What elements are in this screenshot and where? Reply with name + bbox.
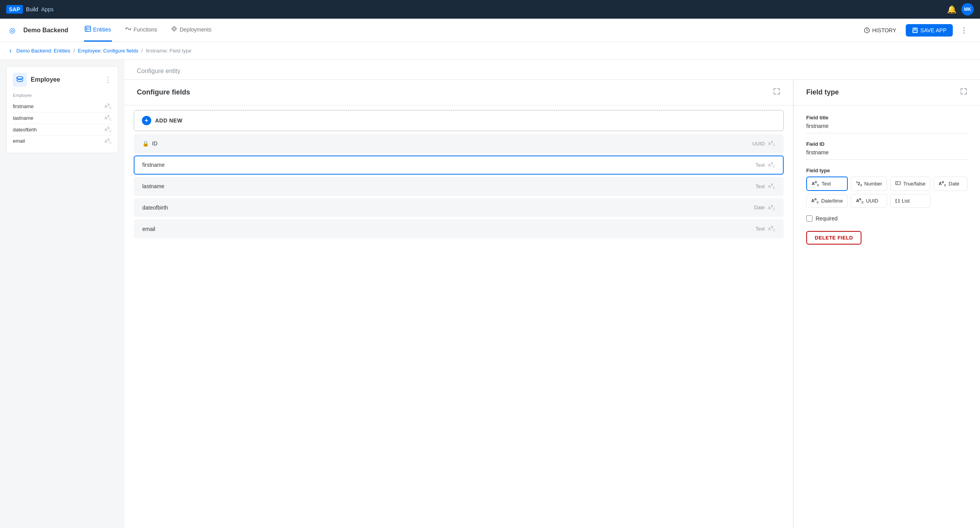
field-type-option-truefalse[interactable]: True/false bbox=[890, 177, 930, 191]
breadcrumb: ‹ Demo Backend: Entities / Employee: Con… bbox=[0, 42, 980, 60]
field-type-header: Field type bbox=[794, 80, 980, 105]
datetime-type-label: Date/time bbox=[821, 198, 843, 204]
field-type-email: Text bbox=[756, 226, 765, 232]
field-title-value: firstname bbox=[806, 123, 968, 133]
breadcrumb-link-employee[interactable]: Employee: Configure fields bbox=[78, 48, 138, 54]
entity-fields-list: firstname ABC lastname ABC dateofbirth A… bbox=[13, 101, 112, 147]
field-row-email[interactable]: email Text ABC bbox=[134, 219, 784, 238]
sidebar-field-name-firstname: firstname bbox=[13, 103, 33, 109]
field-row-right-id: UUID ABC bbox=[753, 140, 775, 147]
sap-logo: SAP Build Apps bbox=[6, 5, 54, 14]
entity-more-icon[interactable]: ⋮ bbox=[105, 75, 112, 84]
lock-icon: 🔒 bbox=[142, 140, 149, 147]
uuid-type-icon: ABC bbox=[856, 198, 864, 204]
deployments-icon bbox=[171, 26, 177, 33]
save-app-button[interactable]: SAVE APP bbox=[906, 24, 953, 37]
field-type-options-grid: ABC Text 123 Number bbox=[806, 177, 968, 208]
field-name-id: ID bbox=[152, 140, 157, 147]
sidebar-field-type-firstname: ABC bbox=[104, 103, 112, 110]
field-id-label: Field ID bbox=[806, 141, 968, 147]
tab-deployments-label: Deployments bbox=[180, 26, 211, 33]
tab-entities-label: Entities bbox=[93, 26, 111, 33]
sidebar-field-lastname[interactable]: lastname ABC bbox=[13, 112, 112, 124]
tab-deployments[interactable]: Deployments bbox=[170, 19, 212, 42]
history-button[interactable]: HISTORY bbox=[859, 25, 901, 36]
breadcrumb-back-icon[interactable]: ‹ bbox=[9, 47, 12, 55]
field-row-right-lastname: Text ABC bbox=[756, 183, 775, 190]
expand-field-type-icon[interactable] bbox=[960, 87, 968, 97]
required-label[interactable]: Required bbox=[816, 215, 838, 222]
functions-icon bbox=[125, 26, 131, 33]
sidebar-field-name-dateofbirth: dateofbirth bbox=[13, 127, 37, 133]
list-type-icon: [ ] bbox=[895, 198, 899, 203]
svg-rect-11 bbox=[896, 182, 900, 185]
field-type-option-uuid[interactable]: ABC UUID bbox=[851, 194, 887, 208]
notification-icon[interactable]: 🔔 bbox=[947, 5, 957, 14]
field-type-option-date[interactable]: ABC Date bbox=[934, 177, 968, 191]
fields-panel: Configure fields + ADD NEW bbox=[124, 80, 793, 528]
svg-point-5 bbox=[130, 28, 131, 30]
datetime-type-icon: ABC bbox=[811, 198, 819, 204]
more-options-button[interactable]: ⋮ bbox=[957, 24, 971, 36]
history-label: HISTORY bbox=[872, 27, 896, 33]
field-name-dateofbirth: dateofbirth bbox=[142, 205, 168, 211]
save-app-label: SAVE APP bbox=[921, 27, 947, 33]
breadcrumb-link-entities[interactable]: Demo Backend: Entities bbox=[16, 48, 70, 54]
field-row-dateofbirth[interactable]: dateofbirth Date ABC bbox=[134, 198, 784, 217]
breadcrumb-sep-2: / bbox=[141, 48, 143, 54]
apps-label: Apps bbox=[41, 6, 54, 12]
tab-functions[interactable]: Functions bbox=[124, 19, 158, 42]
field-type-option-datetime[interactable]: ABC Date/time bbox=[806, 194, 848, 208]
required-checkbox[interactable] bbox=[806, 215, 812, 222]
field-row-right-firstname: Text ABC bbox=[756, 162, 775, 168]
sidebar-field-firstname[interactable]: firstname ABC bbox=[13, 101, 112, 112]
field-abc-dateofbirth: ABC bbox=[768, 205, 775, 211]
field-row-right-dateofbirth: Date ABC bbox=[754, 205, 775, 211]
sidebar-field-name-lastname: lastname bbox=[13, 115, 33, 121]
entity-name: Employee bbox=[31, 76, 60, 83]
field-row-firstname[interactable]: firstname Text ABC bbox=[134, 156, 784, 175]
add-new-icon: + bbox=[142, 116, 151, 125]
field-abc-firstname: ABC bbox=[768, 162, 775, 168]
field-type-dateofbirth: Date bbox=[754, 205, 765, 210]
field-abc-email: ABC bbox=[768, 226, 775, 232]
configure-fields-section: Configure fields + ADD NEW bbox=[124, 80, 980, 528]
field-type-option-number[interactable]: 123 Number bbox=[851, 177, 887, 191]
required-row: Required bbox=[806, 215, 968, 222]
field-type-body: Field title firstname Field ID firstname… bbox=[794, 105, 980, 254]
date-type-icon: ABC bbox=[939, 180, 947, 187]
delete-field-button[interactable]: DELETE FIELD bbox=[806, 231, 861, 245]
sidebar-field-email[interactable]: email ABC bbox=[13, 136, 112, 147]
app-title: Demo Backend bbox=[23, 27, 68, 34]
field-type-panel: Field type Field title firstname bbox=[793, 80, 980, 528]
user-avatar[interactable]: MK bbox=[961, 3, 974, 16]
field-id-section: Field ID firstname bbox=[806, 141, 968, 160]
truefalse-type-icon bbox=[895, 180, 901, 187]
field-row-right-email: Text ABC bbox=[756, 226, 775, 232]
svg-rect-9 bbox=[913, 30, 917, 32]
field-type-panel-title: Field type bbox=[806, 88, 839, 96]
field-row-lastname[interactable]: lastname Text ABC bbox=[134, 177, 784, 196]
field-type-section: Field type ABC Text 123 Number bbox=[806, 168, 968, 208]
field-name-lastname: lastname bbox=[142, 183, 164, 189]
sidebar-field-type-lastname: ABC bbox=[104, 115, 112, 121]
field-abc-id: ABC bbox=[768, 140, 775, 147]
number-type-label: Number bbox=[864, 181, 882, 187]
date-type-label: Date bbox=[949, 181, 959, 187]
expand-fields-icon[interactable] bbox=[773, 87, 781, 97]
svg-point-4 bbox=[125, 28, 126, 30]
sidebar: Employee ⋮ Employee firstname ABC lastna… bbox=[0, 60, 124, 528]
field-type-option-text[interactable]: ABC Text bbox=[806, 177, 848, 191]
sidebar-field-dateofbirth[interactable]: dateofbirth ABC bbox=[13, 124, 112, 136]
sidebar-field-type-dateofbirth: ABC bbox=[104, 126, 112, 133]
tab-entities[interactable]: Entities bbox=[84, 19, 112, 42]
entity-section-label: Employee bbox=[13, 93, 112, 98]
sap-logo-box: SAP bbox=[6, 5, 23, 14]
entity-card-title: Employee bbox=[13, 73, 60, 87]
field-row-id[interactable]: 🔒 ID UUID ABC bbox=[134, 134, 784, 153]
field-type-option-list[interactable]: [ ] List bbox=[890, 194, 930, 208]
tab-functions-label: Functions bbox=[134, 26, 157, 33]
add-new-button[interactable]: + ADD NEW bbox=[134, 110, 784, 131]
field-type-section-label: Field type bbox=[806, 168, 968, 173]
configure-entity-section: Configure entity bbox=[124, 60, 980, 80]
